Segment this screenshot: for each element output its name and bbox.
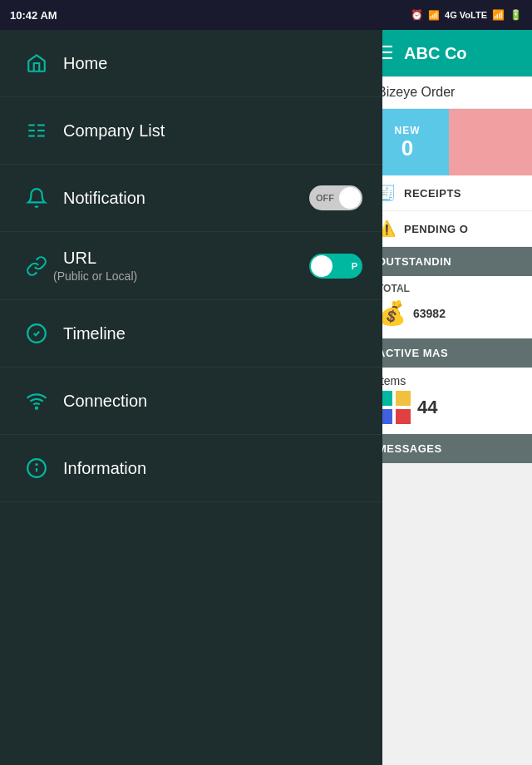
active-mas-content: Items 44	[366, 368, 532, 434]
receipts-label: RECEIPTS	[404, 187, 461, 200]
info-circle-icon	[20, 452, 53, 485]
home-icon	[20, 47, 53, 80]
signal-bars-icon: 📶	[492, 9, 505, 21]
list-icon	[20, 114, 53, 147]
pending-row: ⚠️ PENDING O	[366, 211, 532, 247]
link-icon	[20, 249, 53, 283]
network-label: 4G VoLTE	[445, 10, 487, 20]
outstanding-content: TOTAL 💰 63982	[366, 276, 532, 338]
svg-point-7	[36, 407, 37, 409]
sidebar-item-url[interactable]: URL (Public or Local) P	[0, 232, 382, 300]
pending-label: PENDING O	[404, 223, 468, 235]
new-card-label: NEW	[395, 125, 421, 136]
check-circle-icon	[20, 317, 53, 350]
active-mas-value: 44	[417, 397, 437, 418]
outstanding-value: 63982	[413, 307, 446, 320]
items-label: Items	[377, 374, 520, 387]
connection-label: Connection	[63, 392, 362, 411]
right-topbar: ☰ ABC Co	[366, 30, 532, 76]
navigation-drawer: Home Company List Notification O	[0, 30, 382, 765]
svg-rect-14	[396, 409, 411, 424]
url-sublabel: (Public or Local)	[53, 269, 137, 283]
messages-header: MESSAGES	[366, 434, 532, 463]
money-row: 💰 63982	[377, 294, 520, 332]
app-title: ABC Co	[404, 44, 467, 63]
sidebar-item-company-list[interactable]: Company List	[0, 97, 382, 165]
company-list-label: Company List	[63, 121, 362, 141]
sidebar-item-information[interactable]: Information	[0, 435, 382, 502]
cube-row: 44	[377, 387, 520, 427]
bell-icon	[20, 181, 53, 215]
new-card-value: 0	[401, 136, 413, 160]
cards-row: NEW 0	[366, 109, 532, 175]
battery-icon: 🔋	[510, 9, 522, 21]
cube-icon	[377, 391, 411, 424]
wifi-icon	[20, 384, 53, 417]
receipts-row: 🧾 RECEIPTS	[366, 175, 532, 211]
total-label: TOTAL	[377, 283, 520, 294]
status-bar: 10:42 AM ⏰ 📶 4G VoLTE 📶 🔋	[0, 0, 532, 30]
sidebar-item-notification[interactable]: Notification OFF	[0, 165, 382, 232]
active-mas-header: ACTIVE MAS	[366, 338, 532, 368]
outstanding-header: OUTSTANDIN	[366, 247, 532, 276]
pink-card	[449, 109, 532, 175]
toggle-knob-on	[311, 255, 332, 277]
url-text-block: URL (Public or Local)	[53, 249, 137, 283]
sidebar-item-timeline[interactable]: Timeline	[0, 300, 382, 368]
notification-label: Notification	[63, 189, 309, 208]
bizeye-order-row: Bizeye Order	[366, 76, 532, 109]
messages-label: MESSAGES	[377, 442, 442, 455]
home-label: Home	[63, 54, 362, 73]
sidebar-item-home[interactable]: Home	[0, 30, 382, 97]
time-display: 10:42 AM	[10, 9, 57, 22]
url-toggle[interactable]: P	[309, 254, 362, 279]
svg-rect-12	[396, 391, 411, 406]
bizeye-order-label: Bizeye Order	[377, 85, 455, 99]
information-label: Information	[63, 459, 362, 478]
right-panel: ☰ ABC Co Bizeye Order NEW 0 🧾 RECEIPTS ⚠…	[366, 30, 532, 765]
active-mas-label: ACTIVE MAS	[377, 347, 448, 359]
toggle-on-label: P	[352, 261, 357, 271]
alarm-icon: ⏰	[411, 9, 423, 21]
status-icons: ⏰ 📶 4G VoLTE 📶 🔋	[411, 9, 522, 21]
signal-icon: 📶	[428, 10, 440, 21]
url-label: URL	[63, 249, 137, 268]
outstanding-header-label: OUTSTANDIN	[377, 255, 451, 268]
toggle-off-label: OFF	[316, 193, 334, 203]
notification-toggle[interactable]: OFF	[309, 185, 362, 210]
toggle-knob	[339, 187, 361, 209]
sidebar-item-connection[interactable]: Connection	[0, 368, 382, 435]
timeline-label: Timeline	[63, 324, 362, 343]
